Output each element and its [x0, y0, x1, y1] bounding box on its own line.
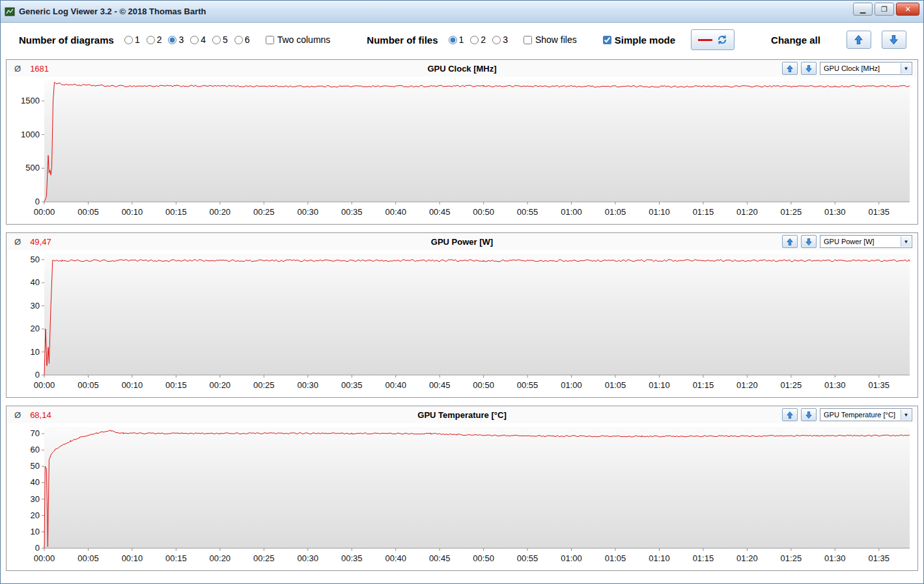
chevron-down-icon: ▼ [901, 236, 911, 247]
svg-text:01:10: 01:10 [649, 380, 670, 390]
line-color-refresh-button[interactable] [691, 29, 735, 50]
diagrams-radio-1[interactable] [124, 36, 133, 44]
diagrams-radio-6[interactable] [234, 36, 243, 44]
panel-move-down-button[interactable] [801, 235, 817, 248]
svg-text:00:35: 00:35 [341, 553, 363, 563]
svg-text:30: 30 [31, 301, 40, 311]
arrow-down-icon [805, 411, 812, 419]
svg-text:00:50: 00:50 [473, 380, 494, 390]
diagrams-radio-2[interactable] [147, 36, 155, 44]
diagrams-option-6[interactable]: 6 [234, 35, 250, 45]
svg-text:00:05: 00:05 [77, 553, 99, 563]
diagrams-option-5[interactable]: 5 [212, 35, 228, 45]
metric-dropdown[interactable]: GPU Clock [MHz] ▼ [820, 62, 912, 75]
average-symbol: Ø [14, 410, 21, 420]
simple-mode-input[interactable] [603, 36, 611, 44]
diagrams-option-4[interactable]: 4 [190, 35, 206, 45]
two-columns-input[interactable] [266, 36, 274, 44]
show-files-input[interactable] [524, 36, 532, 44]
toolbar: Number of diagrams 123456 Two columns Nu… [1, 23, 923, 57]
title-bar[interactable]: Generic Log Viewer 3.2 - © 2018 Thomas B… [1, 1, 923, 23]
svg-text:00:10: 00:10 [122, 553, 143, 563]
chart-gpu-clock: 05001000150000:0000:0500:1000:1500:2000:… [7, 77, 917, 224]
diagrams-option-1[interactable]: 1 [124, 35, 140, 45]
svg-text:00:15: 00:15 [165, 207, 187, 217]
svg-text:40: 40 [31, 277, 40, 287]
chart-panel-gpu-power: Ø49,47 GPU Power [W] GPU Power [W] ▼ 010… [6, 232, 918, 398]
svg-text:01:30: 01:30 [824, 207, 846, 217]
diagrams-radio-4[interactable] [190, 36, 199, 44]
arrow-down-icon [805, 238, 812, 246]
arrow-up-icon [787, 411, 793, 419]
diagrams-radio-label: 3 [178, 35, 184, 45]
svg-text:00:25: 00:25 [253, 553, 275, 563]
minimize-button[interactable]: ▁ [853, 3, 873, 16]
close-icon: ✕ [904, 6, 910, 13]
svg-text:01:20: 01:20 [736, 380, 758, 390]
files-radio-2[interactable] [470, 36, 479, 44]
line-color-sample [698, 39, 712, 41]
chart-title: GPU Power [W] [7, 233, 917, 247]
svg-text:01:15: 01:15 [693, 553, 714, 563]
panel-move-up-button[interactable] [782, 408, 798, 421]
average-readout: Ø68,14 [14, 410, 51, 420]
arrow-up-icon [787, 238, 793, 246]
svg-text:10: 10 [31, 527, 40, 536]
two-columns-checkbox[interactable]: Two columns [266, 35, 331, 45]
chart-panel-gpu-clock: Ø1681 GPU Clock [MHz] GPU Clock [MHz] ▼ … [6, 59, 918, 225]
change-all-up-button[interactable] [847, 31, 871, 49]
metric-dropdown[interactable]: GPU Temperature [°C] ▼ [820, 408, 912, 421]
svg-text:60: 60 [31, 445, 40, 454]
svg-text:1000: 1000 [21, 130, 40, 139]
panel-move-up-button[interactable] [782, 235, 798, 248]
close-button[interactable]: ✕ [896, 3, 919, 16]
svg-text:00:00: 00:00 [34, 207, 55, 217]
panel-move-down-button[interactable] [801, 408, 817, 421]
arrow-up-icon [787, 64, 793, 73]
svg-text:00:10: 00:10 [122, 207, 143, 217]
svg-text:01:05: 01:05 [605, 207, 626, 217]
diagrams-radio-5[interactable] [212, 36, 221, 44]
files-option-2[interactable]: 2 [470, 35, 486, 45]
svg-text:00:25: 00:25 [253, 380, 275, 390]
chart-title: GPU Clock [MHz] [7, 60, 917, 74]
show-files-checkbox[interactable]: Show files [524, 35, 577, 45]
panel-move-up-button[interactable] [782, 62, 798, 75]
diagrams-radio-3[interactable] [168, 36, 176, 44]
simple-mode-checkbox[interactable]: Simple mode [603, 35, 675, 46]
svg-text:00:55: 00:55 [517, 207, 539, 217]
svg-text:0: 0 [35, 370, 40, 380]
files-radio-label: 3 [503, 35, 508, 45]
svg-text:00:05: 00:05 [77, 380, 99, 390]
panel-controls: GPU Clock [MHz] ▼ [782, 62, 912, 75]
diagrams-option-2[interactable]: 2 [147, 35, 162, 45]
svg-text:00:10: 00:10 [122, 380, 143, 390]
svg-text:01:00: 01:00 [561, 207, 582, 217]
svg-text:00:30: 00:30 [297, 380, 318, 390]
files-option-3[interactable]: 3 [492, 35, 508, 45]
arrow-down-icon [889, 35, 898, 45]
files-radio-3[interactable] [492, 36, 501, 44]
chart-svg: 0102030405000:0000:0500:1000:1500:2000:2… [7, 250, 919, 397]
svg-text:01:25: 01:25 [781, 553, 802, 563]
change-all-down-button[interactable] [882, 31, 906, 49]
diagrams-radio-label: 2 [157, 35, 162, 45]
svg-text:01:20: 01:20 [736, 553, 758, 563]
svg-text:00:00: 00:00 [34, 380, 55, 390]
svg-text:00:20: 00:20 [210, 553, 231, 563]
svg-text:10: 10 [31, 347, 40, 357]
panel-move-down-button[interactable] [801, 62, 817, 75]
svg-text:01:30: 01:30 [824, 380, 846, 390]
average-value: 68,14 [30, 410, 51, 420]
chart-gpu-temperature: 01020304050607000:0000:0500:1000:1500:20… [7, 423, 917, 570]
svg-text:00:45: 00:45 [429, 207, 451, 217]
svg-text:00:25: 00:25 [253, 207, 275, 217]
files-radio-1[interactable] [449, 36, 457, 44]
metric-dropdown[interactable]: GPU Power [W] ▼ [820, 235, 912, 248]
diagrams-option-3[interactable]: 3 [168, 35, 184, 45]
diagrams-radio-label: 6 [245, 35, 250, 45]
maximize-button[interactable]: ❐ [875, 3, 894, 16]
files-option-1[interactable]: 1 [449, 35, 464, 45]
diagrams-radio-label: 4 [201, 35, 206, 45]
diagram-count-radio-group: 123456 [118, 35, 250, 45]
